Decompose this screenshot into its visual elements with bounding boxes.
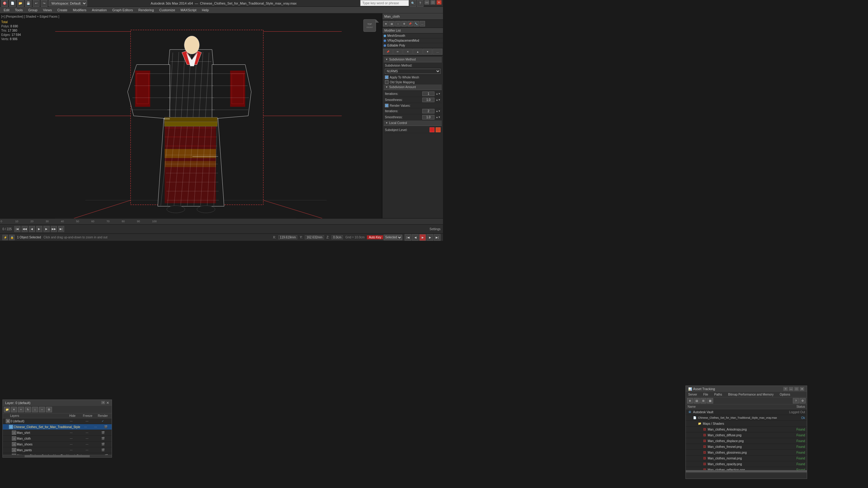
menu-help[interactable]: Help (199, 8, 212, 12)
modifier-meshsmooth[interactable]: MeshSmooth (382, 33, 443, 38)
iterations-spinner[interactable]: ▲▼ (436, 92, 440, 95)
svg-point-59 (167, 205, 185, 213)
svg-rect-15 (135, 70, 150, 107)
render-iterations-row: Iterations: 2 ▲▼ (384, 108, 442, 114)
hint-text: Click and drag up-and-down to zoom in an… (43, 236, 107, 239)
menu-views[interactable]: Views (40, 8, 54, 12)
menu-group[interactable]: Group (26, 8, 40, 12)
render-smooth-value[interactable]: 1.0 (422, 115, 434, 120)
mod-name-3: Editable Poly (387, 44, 405, 47)
mod-up-btn[interactable]: ▲ (413, 48, 423, 55)
key-filter-dropdown[interactable]: Selected (384, 235, 402, 240)
menu-edit[interactable]: Edit (1, 8, 12, 12)
subdiv-section: ▼ Subdivision Method Subdivision Method:… (382, 56, 443, 218)
search-input[interactable] (360, 0, 409, 6)
maximize-btn[interactable]: □ (430, 0, 436, 5)
time-prev-btn[interactable]: ◀ (29, 226, 35, 232)
nurms-row: NURMS (384, 68, 442, 75)
mod-icon-4[interactable]: ⚙ (401, 21, 407, 27)
settings-label: Settings (430, 227, 440, 231)
minimize-btn[interactable]: — (424, 0, 430, 5)
undo-btn[interactable]: ↩ (33, 0, 39, 7)
old-style-checkbox[interactable] (385, 80, 389, 84)
smoothness-spinner[interactable]: ▲▼ (436, 99, 440, 101)
menu-maxscript[interactable]: MAXScript (178, 8, 199, 12)
stats-polys: Polys: 8 690 (1, 24, 59, 29)
key-play-btn[interactable]: ▶ (419, 234, 426, 241)
close-btn[interactable]: ✕ (436, 0, 442, 5)
key-end-btn[interactable]: ▶| (434, 234, 440, 241)
render-iter-spinner[interactable]: ▲▼ (436, 110, 440, 112)
playback-controls: |◀ ◀ ▶ ▶ ▶| (405, 234, 440, 241)
smoothness-value[interactable]: 1.0 (422, 98, 434, 102)
save-btn[interactable]: 💾 (25, 0, 32, 7)
time-next-key-btn[interactable]: ▶▶ (51, 226, 57, 232)
key-next-btn[interactable]: ▶ (427, 234, 433, 241)
title-bar: 🎯 📄 📂 💾 ↩ ↪ Workspace: DefaultWorkspace:… (0, 0, 443, 7)
key-prev-btn[interactable]: ◀ (412, 234, 418, 241)
mod-icon-5[interactable]: 📌 (407, 21, 413, 27)
status-icon-2[interactable]: 🔒 (9, 235, 14, 240)
open-btn[interactable]: 📂 (17, 0, 24, 7)
render-values-checkbox[interactable]: ✓ (385, 104, 389, 107)
mod-icon-2[interactable]: ▤ (389, 21, 395, 27)
viewport[interactable]: [+] [Perspective] [ Shaded + Edged Faces… (0, 13, 382, 218)
menu-modifiers[interactable]: Modifiers (70, 8, 89, 12)
nurms-dropdown[interactable]: NURMS (385, 69, 440, 74)
time-end-btn[interactable]: ▶| (58, 226, 64, 232)
timeline-tick-60: 60 (91, 220, 94, 223)
local-control-header[interactable]: ▼ Local Control (384, 121, 442, 126)
nav-cube[interactable]: TOP FRONT (361, 17, 379, 35)
menu-animation[interactable]: Animation (89, 8, 109, 12)
subdiv-amount-header[interactable]: ▼ Subdivision Amount (384, 85, 442, 90)
menu-tools[interactable]: Tools (12, 8, 25, 12)
time-prev-key-btn[interactable]: ◀◀ (22, 226, 28, 232)
subobject-indicator[interactable] (430, 127, 434, 132)
modifier-editable-poly[interactable]: Editable Poly (382, 43, 443, 48)
title-left: 🎯 📄 📂 💾 ↩ ↪ Workspace: DefaultWorkspace:… (1, 0, 87, 7)
new-btn[interactable]: 📄 (9, 0, 16, 7)
mod-delete-btn[interactable]: ✕ (403, 48, 412, 55)
subobject-indicator2[interactable] (436, 127, 440, 132)
time-play-btn[interactable]: ▶ (36, 226, 42, 232)
time-next-btn[interactable]: ▶ (43, 226, 50, 232)
menu-customize[interactable]: Customize (157, 8, 178, 12)
local-control-label: Local Control (389, 121, 407, 125)
render-values-label: Render Values: (390, 104, 440, 107)
svg-point-60 (197, 205, 215, 213)
search-btn[interactable]: 🔍 (409, 0, 416, 7)
modifier-icons-row: ⊕ ▤ ↕ ⚙ 📌 🔧 … (382, 20, 443, 28)
mod-icon-1[interactable]: ⊕ (383, 21, 389, 27)
app-icon[interactable]: 🎯 (1, 0, 8, 7)
help-btn[interactable]: ? (417, 0, 424, 7)
autokey-btn[interactable]: Auto Key (367, 235, 383, 239)
subdiv-method-header[interactable]: ▼ Subdivision Method (384, 57, 442, 62)
menu-rendering[interactable]: Rendering (136, 8, 156, 12)
modifier-vray[interactable]: VRayDisplacementMod (382, 38, 443, 43)
coordinates: X: 119.619mm Y: 162.632mm Z: 0.0cm (273, 235, 343, 239)
menu-graph-editors[interactable]: Graph Editors (110, 8, 135, 12)
mod-edit-btn[interactable]: ✏ (393, 48, 403, 55)
render-iter-value[interactable]: 2 (422, 109, 434, 113)
mod-down-btn[interactable]: ▼ (423, 48, 433, 55)
mod-icon-7[interactable]: … (420, 21, 425, 27)
mod-pin-btn[interactable]: 📌 (383, 48, 393, 55)
subobject-row: Subobject Level: (384, 127, 442, 133)
workspace-dropdown[interactable]: Workspace: DefaultWorkspace: Default (49, 0, 87, 6)
iterations-value[interactable]: 1 (422, 92, 434, 96)
apply-whole-mesh-checkbox[interactable]: ✓ (385, 75, 389, 79)
redo-btn[interactable]: ↪ (41, 0, 48, 7)
time-start-btn[interactable]: |◀ (14, 226, 20, 232)
mod-more-btn[interactable]: … (433, 48, 442, 55)
status-icon-1[interactable]: ⚡ (2, 235, 8, 240)
subdiv-method-prop-label: Subdivision Method: (385, 64, 440, 67)
key-start-btn[interactable]: |◀ (405, 234, 411, 241)
title-center: Autodesk 3ds Max 2014 x64 — Chinese_Clot… (87, 2, 360, 5)
z-value: 0.0cm (332, 235, 343, 239)
mod-icon-3[interactable]: ↕ (395, 21, 401, 27)
timeline-bar[interactable]: 0 10 20 30 40 50 60 70 80 90 100 (0, 219, 443, 225)
mod-icon-6[interactable]: 🔧 (413, 21, 419, 27)
menu-create[interactable]: Create (55, 8, 70, 12)
render-smooth-spinner[interactable]: ▲▼ (436, 116, 440, 119)
autokey-area: Auto Key Selected (367, 235, 402, 240)
